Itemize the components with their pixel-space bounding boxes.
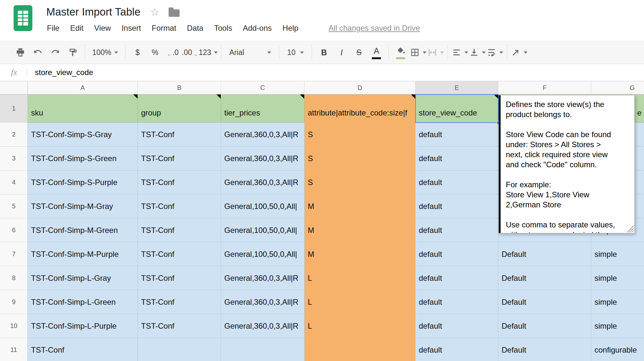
- row-header-10[interactable]: 10: [0, 314, 28, 338]
- cell-D3[interactable]: S: [305, 147, 416, 170]
- cell-C7[interactable]: General,100,50,0,All|: [221, 242, 305, 266]
- cell-E3[interactable]: default: [416, 147, 498, 170]
- bold-button[interactable]: B: [315, 43, 333, 62]
- cell-E7[interactable]: default: [416, 242, 498, 266]
- cell-B9[interactable]: TST-Conf: [138, 290, 221, 314]
- menu-view[interactable]: View: [94, 24, 111, 33]
- cell-E2[interactable]: default: [416, 123, 498, 147]
- cell-A4[interactable]: TST-Conf-Simp-S-Purple: [28, 170, 138, 194]
- text-color-button[interactable]: A: [368, 43, 385, 62]
- cell-C6[interactable]: General,100,50,0,All|: [221, 218, 305, 242]
- cell-B7[interactable]: TST-Conf: [138, 242, 221, 266]
- cell-A1[interactable]: sku: [28, 94, 138, 123]
- cell-B8[interactable]: TST-Conf: [138, 266, 221, 290]
- cell-A10[interactable]: TST-Conf-Simp-L-Purple: [28, 314, 138, 338]
- cell-A11[interactable]: TST-Conf: [28, 338, 138, 361]
- column-header-A[interactable]: A: [28, 81, 138, 94]
- cell-E9[interactable]: default: [416, 290, 498, 314]
- cell-E1[interactable]: store_view_code: [416, 94, 498, 123]
- page-title[interactable]: Master Import Table: [46, 6, 140, 18]
- cell-C10[interactable]: General,360,0,3,All|R: [221, 314, 305, 338]
- cell-F9[interactable]: Default: [498, 290, 591, 314]
- number-format-button[interactable]: 123: [199, 43, 218, 62]
- cell-D11[interactable]: [305, 338, 416, 361]
- cell-B10[interactable]: TST-Conf: [138, 314, 221, 338]
- cell-G9[interactable]: simple: [591, 290, 644, 314]
- menu-data[interactable]: Data: [187, 24, 204, 33]
- row-header-3[interactable]: 3: [0, 147, 28, 170]
- borders-button[interactable]: [409, 43, 427, 62]
- cell-E4[interactable]: default: [416, 170, 498, 194]
- column-header-C[interactable]: C: [221, 81, 305, 94]
- cell-E5[interactable]: default: [416, 194, 498, 218]
- row-header-6[interactable]: 6: [0, 218, 28, 242]
- cell-C2[interactable]: General,360,0,3,All|R: [221, 123, 305, 147]
- row-header-9[interactable]: 9: [0, 290, 28, 314]
- fill-color-button[interactable]: [392, 43, 409, 62]
- row-header-8[interactable]: 8: [0, 266, 28, 290]
- cell-B6[interactable]: TST-Conf: [138, 218, 221, 242]
- horizontal-align-button[interactable]: [451, 43, 469, 62]
- cell-B11[interactable]: [138, 338, 221, 361]
- menu-add-ons[interactable]: Add-ons: [243, 24, 272, 33]
- zoom-select[interactable]: 100%: [88, 43, 122, 62]
- cell-C8[interactable]: General,360,0,3,All|R: [221, 266, 305, 290]
- cell-G11[interactable]: configurable: [591, 338, 644, 361]
- folder-icon[interactable]: [169, 9, 180, 17]
- sheets-logo-icon[interactable]: [14, 5, 32, 31]
- cell-D9[interactable]: L: [305, 290, 416, 314]
- cell-C9[interactable]: General,360,0,3,All|R: [221, 290, 305, 314]
- increase-decimal-button[interactable]: .00→: [181, 43, 199, 62]
- menu-file[interactable]: File: [47, 24, 60, 33]
- format-percent-button[interactable]: %: [146, 43, 164, 62]
- text-wrap-button[interactable]: [486, 43, 504, 62]
- paint-format-button[interactable]: [64, 43, 82, 62]
- column-header-F[interactable]: F: [498, 81, 591, 94]
- column-header-G[interactable]: G: [591, 81, 644, 94]
- column-header-E[interactable]: E: [416, 81, 498, 94]
- font-family-select[interactable]: Arial: [225, 43, 276, 62]
- cell-A5[interactable]: TST-Conf-Simp-M-Gray: [28, 194, 138, 218]
- cell-F11[interactable]: Default: [498, 338, 591, 361]
- cell-A8[interactable]: TST-Conf-Simp-L-Gray: [28, 266, 138, 290]
- cell-D8[interactable]: L: [305, 266, 416, 290]
- text-rotation-button[interactable]: [510, 43, 528, 62]
- print-button[interactable]: [12, 43, 29, 62]
- cell-A2[interactable]: TST-Conf-Simp-S-Gray: [28, 123, 138, 147]
- cell-E8[interactable]: default: [416, 266, 498, 290]
- cell-D7[interactable]: M: [305, 242, 416, 266]
- column-header-B[interactable]: B: [138, 81, 221, 94]
- cell-F8[interactable]: Default: [498, 266, 591, 290]
- redo-button[interactable]: [47, 43, 64, 62]
- italic-button[interactable]: I: [333, 43, 350, 62]
- cell-G7[interactable]: simple: [591, 242, 644, 266]
- cell-G8[interactable]: simple: [591, 266, 644, 290]
- cell-D2[interactable]: S: [305, 123, 416, 147]
- cell-F7[interactable]: Default: [498, 242, 591, 266]
- cell-A9[interactable]: TST-Conf-Simp-L-Green: [28, 290, 138, 314]
- cell-C5[interactable]: General,100,50,0,All|: [221, 194, 305, 218]
- cell-F10[interactable]: Default: [498, 314, 591, 338]
- row-header-7[interactable]: 7: [0, 242, 28, 266]
- cell-D4[interactable]: S: [305, 170, 416, 194]
- strikethrough-button[interactable]: S: [350, 43, 368, 62]
- select-all-corner[interactable]: [0, 81, 28, 94]
- merge-cells-button[interactable]: [427, 43, 444, 62]
- cell-B3[interactable]: TST-Conf: [138, 147, 221, 170]
- menu-help[interactable]: Help: [283, 24, 298, 33]
- cell-D6[interactable]: M: [305, 218, 416, 242]
- cell-E10[interactable]: default: [416, 314, 498, 338]
- row-header-11[interactable]: 11: [0, 338, 28, 361]
- menu-insert[interactable]: Insert: [122, 24, 141, 33]
- cell-B5[interactable]: TST-Conf: [138, 194, 221, 218]
- cell-B2[interactable]: TST-Conf: [138, 123, 221, 147]
- save-status[interactable]: All changes saved in Drive: [328, 24, 420, 33]
- cell-D5[interactable]: M: [305, 194, 416, 218]
- row-header-5[interactable]: 5: [0, 194, 28, 218]
- formula-input[interactable]: store_view_code: [35, 68, 93, 77]
- cell-A7[interactable]: TST-Conf-Simp-M-Purple: [28, 242, 138, 266]
- cell-G10[interactable]: simple: [591, 314, 644, 338]
- row-header-4[interactable]: 4: [0, 170, 28, 194]
- cell-E11[interactable]: default: [416, 338, 498, 361]
- cell-B4[interactable]: TST-Conf: [138, 170, 221, 194]
